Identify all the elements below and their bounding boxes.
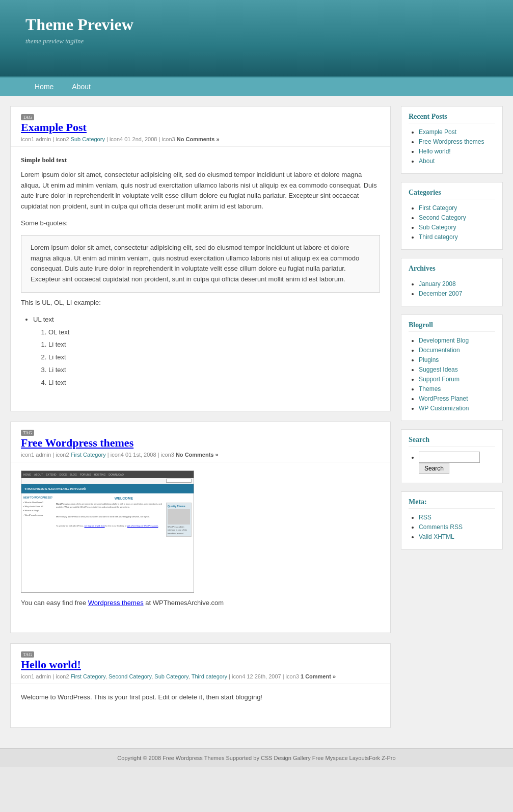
ol-item-1: OL text (48, 327, 380, 338)
meta-title: Meta: (409, 498, 495, 509)
archives-title: Archives (409, 265, 495, 275)
no-comments-1: No Comments » (177, 136, 220, 142)
post-meta-3: icon1 admin | icon2 First Category, Seco… (21, 673, 380, 679)
category-item-2[interactable]: Second Category (419, 214, 495, 221)
post-body-text-2: You can easy find free Wordpress themes … (21, 598, 380, 609)
post-blockquote-1: Lorem ipsum dolor sit amet, consectetur … (21, 235, 380, 293)
site-header: Theme Preview theme preview tagline (0, 0, 513, 76)
post-hello-world: tag Hello world! icon1 admin | icon2 Fir… (10, 643, 391, 728)
no-comments-2: No Comments » (176, 452, 219, 458)
post-bold-heading-1: Simple bold text (21, 155, 380, 166)
comment-count-3: 1 Comment » (301, 673, 336, 679)
post-body-3: Welcome to WordPress. This is your first… (11, 684, 390, 717)
sidebar-meta: Meta: RSS Comments RSS Valid XHTML (401, 491, 503, 549)
nav-item-home[interactable]: Home (25, 77, 63, 96)
categories-list: First Category Second Category Sub Categ… (409, 204, 495, 241)
archive-item-1[interactable]: January 2008 (419, 280, 495, 287)
post-paragraph-1: Lorem ipsum dolor sit amet, consectetur … (21, 170, 380, 212)
nav-link-home[interactable]: Home (25, 77, 63, 96)
blogroll-item-7[interactable]: WordPress Planet (419, 395, 495, 402)
wp-main-small: WELCOME WordPress is a state-of-the-art … (56, 495, 192, 593)
wp-screenshot: HOMEABOUTEXTENDDOCSBLOGFORUMSHOSTINGDOWN… (21, 470, 194, 593)
li-item-1: Li text (48, 339, 380, 350)
blogroll-list: Development Blog Documentation Plugins S… (409, 337, 495, 412)
sidebar-recent-posts: Recent Posts Example Post Free Wordpress… (401, 106, 503, 174)
meta-item-1[interactable]: RSS (419, 514, 495, 521)
main-content: tag Example Post icon1 admin | icon2 Sub… (10, 106, 391, 738)
search-input-wrapper: Search (419, 452, 495, 474)
recent-post-item-2[interactable]: Free Wordpress themes (419, 138, 495, 145)
site-tagline: theme preview tagline (25, 37, 488, 45)
sidebar-blogroll: Blogroll Development Blog Documentation … (401, 315, 503, 421)
category-item-1[interactable]: First Category (419, 204, 495, 212)
recent-post-item-1[interactable]: Example Post (419, 128, 495, 136)
site-title: Theme Preview (25, 15, 488, 34)
post-example-post: tag Example Post icon1 admin | icon2 Sub… (10, 106, 391, 411)
page-wrapper: tag Example Post icon1 admin | icon2 Sub… (0, 96, 513, 748)
wp-content-area: NEW TO WORDPRESS? • What is WordPress? •… (21, 493, 194, 593)
sidebar: Recent Posts Example Post Free Wordpress… (401, 106, 503, 738)
recent-post-item-3[interactable]: Hello world! (419, 148, 495, 155)
post-header-2: tag Free Wordpress themes icon1 admin | … (11, 422, 390, 462)
post-tag-1: tag (21, 114, 34, 120)
archives-list: January 2008 December 2007 (409, 280, 495, 297)
li-item-4: Li text (48, 378, 380, 388)
blogroll-item-2[interactable]: Documentation (419, 347, 495, 354)
ul-item-1: UL text (33, 315, 380, 325)
post-free-wp-themes: tag Free Wordpress themes icon1 admin | … (10, 422, 391, 634)
post-header-3: tag Hello world! icon1 admin | icon2 Fir… (11, 644, 390, 684)
sidebar-search: Search Search (401, 429, 503, 483)
search-list: Search (409, 452, 495, 474)
search-button[interactable]: Search (419, 463, 449, 474)
li-item-3: Li text (48, 365, 380, 376)
wp-search-bar (21, 478, 194, 484)
post-title-link-2[interactable]: Free Wordpress themes (21, 436, 133, 449)
post-meta-2: icon1 admin | icon2 First Category | ico… (21, 452, 380, 458)
nav-item-about[interactable]: About (63, 77, 100, 96)
post-meta-1: icon1 admin | icon2 Sub Category | icon4… (21, 136, 380, 142)
blogroll-item-5[interactable]: Support Forum (419, 376, 495, 383)
post-title-link-1[interactable]: Example Post (21, 121, 87, 134)
blogroll-item-4[interactable]: Suggest Ideas (419, 366, 495, 373)
blogroll-item-3[interactable]: Plugins (419, 356, 495, 363)
archive-item-2[interactable]: December 2007 (419, 290, 495, 297)
post-body-text-3: Welcome to WordPress. This is your first… (21, 692, 380, 703)
categories-title: Categories (409, 189, 495, 199)
search-input[interactable] (419, 452, 480, 463)
bquote-intro-1: Some b-quotes: (21, 218, 380, 229)
blogroll-item-6[interactable]: Themes (419, 385, 495, 392)
post-body-2: HOMEABOUTEXTENDDOCSBLOGFORUMSHOSTINGDOWN… (11, 462, 390, 623)
list-intro-1: This is UL, OL, LI example: (21, 298, 380, 308)
sidebar-archives: Archives January 2008 December 2007 (401, 258, 503, 306)
post-tag-2: tag (21, 430, 34, 436)
site-footer: Copyright © 2008 Free Wordpress Themes S… (0, 748, 513, 767)
footer-text: Copyright © 2008 Free Wordpress Themes S… (117, 755, 395, 761)
post-tag-3: tag (21, 651, 34, 658)
category-item-4[interactable]: Third category (419, 233, 495, 241)
blogroll-title: Blogroll (409, 321, 495, 332)
wp-nav-bar: HOMEABOUTEXTENDDOCSBLOGFORUMSHOSTINGDOWN… (21, 471, 194, 478)
wp-sidebar-small: NEW TO WORDPRESS? • What is WordPress? •… (23, 495, 54, 593)
recent-posts-title: Recent Posts (409, 113, 495, 123)
post-title-link-3[interactable]: Hello world! (21, 658, 81, 671)
ul-section: UL text OL text Li text Li text Li text … (21, 315, 380, 388)
wp-themes-link[interactable]: Wordpress themes (88, 599, 144, 607)
category-item-3[interactable]: Sub Category (419, 224, 495, 231)
meta-item-2[interactable]: Comments RSS (419, 523, 495, 531)
meta-list: RSS Comments RSS Valid XHTML (409, 514, 495, 540)
post-body-1: Simple bold text Lorem ipsum dolor sit a… (11, 147, 390, 401)
post-header-1: tag Example Post icon1 admin | icon2 Sub… (11, 107, 390, 147)
nav-list: Home About (0, 77, 513, 96)
recent-post-item-4[interactable]: About (419, 158, 495, 165)
blogroll-item-8[interactable]: WP Customization (419, 405, 495, 412)
recent-posts-list: Example Post Free Wordpress themes Hello… (409, 128, 495, 165)
main-nav: Home About (0, 76, 513, 96)
blogroll-item-1[interactable]: Development Blog (419, 337, 495, 344)
nav-link-about[interactable]: About (63, 77, 100, 96)
search-title: Search (409, 436, 495, 447)
meta-item-3[interactable]: Valid XHTML (419, 533, 495, 540)
sidebar-categories: Categories First Category Second Categor… (401, 182, 503, 250)
li-item-2: Li text (48, 352, 380, 363)
